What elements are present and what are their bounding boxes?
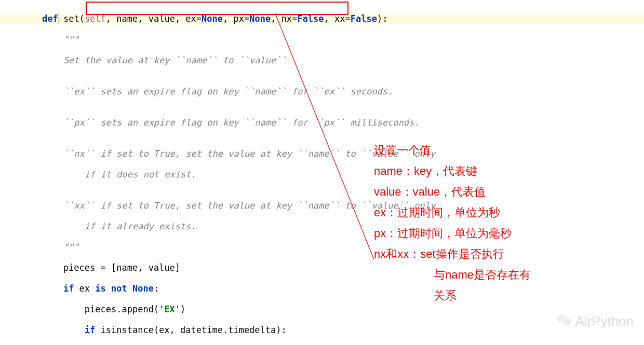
watermark-text: AirPython — [575, 313, 634, 329]
code-line: Set the value at key ``name`` to ``value… — [21, 55, 644, 65]
annotation-text: nx和xx：set操作是否执行 — [374, 244, 504, 265]
annotation-text: value：value，代表值 — [374, 182, 486, 202]
code-line: """ — [21, 34, 644, 45]
annotation-text: 与name是否存在有 — [434, 265, 531, 285]
annotation-text: name：key，代表键 — [374, 161, 477, 182]
watermark: AirPython — [556, 313, 634, 329]
code-line: pieces.append('EX') — [21, 304, 644, 314]
code-line: if it does not exist. — [21, 169, 644, 180]
code-line: if it already exists. — [21, 221, 644, 231]
code-line: ``ex`` sets an expire flag on key ``name… — [21, 86, 644, 96]
annotation-text: px：过期时间，单位为毫秒 — [374, 223, 512, 244]
wechat-icon — [556, 314, 572, 329]
code-line: if ex is not None: — [21, 283, 644, 294]
code-line: ``px`` sets an expire flag on key ``name… — [21, 117, 644, 128]
annotation-text: ex：过期时间，单位为秒 — [374, 202, 500, 223]
code-line: """ — [21, 242, 644, 252]
code-line: ``xx`` if set to True, set the value at … — [21, 200, 644, 211]
annotation-text: 关系 — [434, 285, 457, 306]
code-line: def set(self, name, value, ex=None, px=N… — [21, 13, 644, 24]
code-line: pieces = [name, value] — [21, 263, 644, 273]
annotation-text: 设置一个值 — [374, 140, 431, 161]
keyword-def: def — [42, 13, 58, 24]
code-viewer: def set(self, name, value, ex=None, px=N… — [0, 0, 644, 345]
code-line: if isinstance(ex, datetime.timedelta): — [21, 325, 644, 335]
code-line: ``nx`` if set to True, set the value at … — [21, 148, 644, 159]
